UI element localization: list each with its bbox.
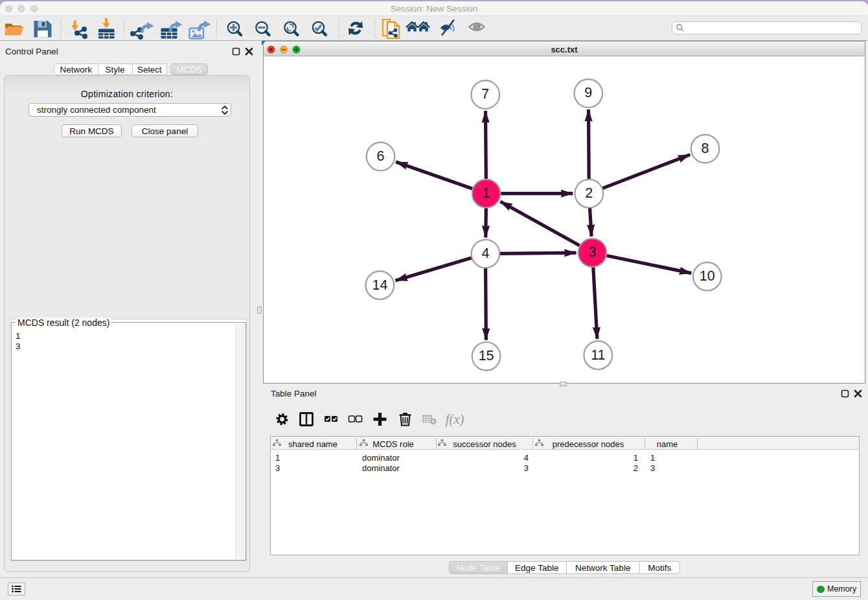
svg-text:8: 8 [702,141,709,156]
svg-text:3: 3 [589,244,597,260]
svg-text:15: 15 [479,348,494,363]
svg-text:9: 9 [584,85,592,100]
svg-text:11: 11 [591,347,605,363]
svg-text:14: 14 [372,277,387,293]
svg-text:6: 6 [377,148,385,164]
svg-text:1: 1 [483,185,490,201]
svg-text:4: 4 [482,246,490,261]
svg-text:10: 10 [700,268,715,284]
svg-text:7: 7 [481,86,489,102]
svg-text:2: 2 [585,185,593,201]
svg-text:f(x): f(x) [445,411,464,427]
